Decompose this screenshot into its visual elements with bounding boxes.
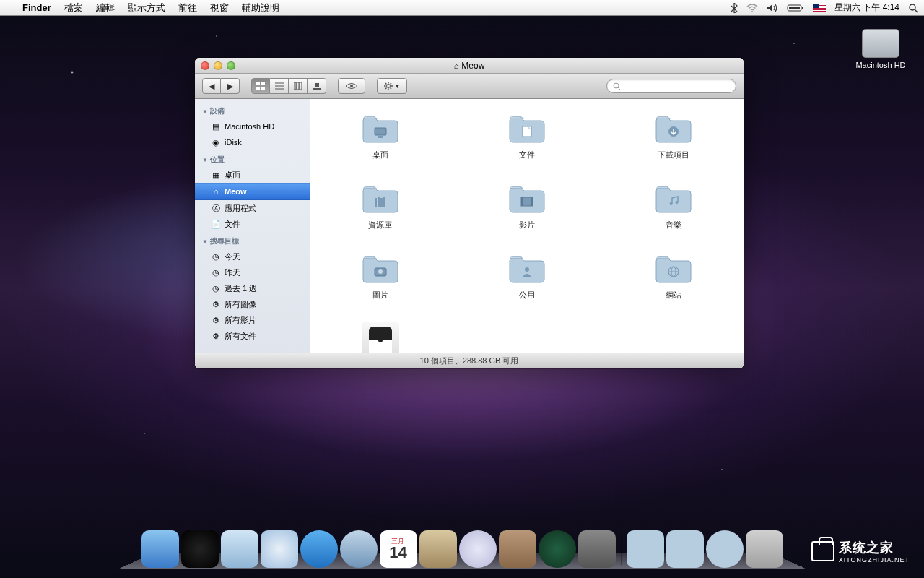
- app-menu[interactable]: Finder: [16, 0, 58, 16]
- input-flag-icon[interactable]: [813, 4, 826, 12]
- dock-mail[interactable]: [340, 530, 378, 568]
- svg-point-36: [614, 83, 619, 88]
- dock-separator: [621, 533, 622, 565]
- file-item-網站[interactable]: 網站: [637, 252, 710, 301]
- svg-line-33: [390, 88, 391, 90]
- dock: 三月14: [0, 526, 924, 578]
- list-view-button[interactable]: [270, 78, 289, 94]
- dock-downloads[interactable]: [706, 530, 744, 568]
- sidebar: ▼ 設備▤Macintosh HD◉iDisk▼ 位置▦桌面⌂MeowⒶ應用程式…: [195, 99, 310, 353]
- content-area[interactable]: 桌面文件下載項目資源庫影片音樂圖片公用網站傳送註冊資訊: [310, 99, 744, 353]
- svg-rect-25: [313, 88, 321, 90]
- wifi-icon[interactable]: [746, 4, 758, 12]
- sidebar-item-Meow[interactable]: ⌂Meow: [195, 183, 310, 200]
- file-item-公用[interactable]: 公用: [491, 252, 563, 301]
- file-item-桌面[interactable]: 桌面: [344, 112, 417, 160]
- icon-view-button[interactable]: [251, 78, 270, 94]
- file-item-傳送註冊資訊[interactable]: 傳送註冊資訊: [344, 322, 417, 353]
- dock-timemachine[interactable]: [539, 530, 576, 568]
- file-item-文件[interactable]: 文件: [491, 112, 563, 160]
- dock-folder-docs[interactable]: [666, 530, 704, 568]
- sidebar-item-桌面[interactable]: ▦桌面: [195, 167, 310, 183]
- quicklook-button[interactable]: [338, 78, 365, 94]
- sidebar-item-過去 1 週[interactable]: ◷過去 1 週: [195, 280, 310, 296]
- svg-rect-3: [789, 7, 800, 9]
- coverflow-view-button[interactable]: [308, 78, 326, 94]
- menu-help[interactable]: 輔助說明: [235, 0, 286, 16]
- close-button[interactable]: [201, 61, 209, 70]
- sidebar-header[interactable]: ▼ 位置: [195, 150, 310, 167]
- back-button[interactable]: ◀: [202, 78, 221, 94]
- window-title-text: Meow: [461, 61, 484, 71]
- folder-icon: [653, 112, 694, 145]
- svg-rect-38: [375, 128, 386, 135]
- svg-point-0: [751, 11, 753, 12]
- spotlight-icon[interactable]: [908, 3, 918, 13]
- status-bar: 10 個項目、288.88 GB 可用: [195, 353, 744, 368]
- sidebar-item-文件[interactable]: 📄文件: [195, 216, 310, 232]
- home-icon: ⌂: [454, 61, 459, 70]
- search-field[interactable]: [606, 79, 736, 93]
- dock-trash[interactable]: [746, 530, 783, 568]
- dock-finder[interactable]: [141, 530, 179, 568]
- item-label: 影片: [491, 220, 563, 230]
- clock-icon: ◷: [211, 267, 221, 277]
- file-item-音樂[interactable]: 音樂: [637, 182, 710, 230]
- dock-ichat[interactable]: [300, 530, 338, 568]
- item-label: 音樂: [637, 220, 710, 230]
- docs-icon: 📄: [211, 219, 221, 229]
- dock-ical[interactable]: 三月14: [380, 530, 417, 568]
- battery-icon[interactable]: [787, 4, 804, 12]
- dock-itunes[interactable]: [459, 530, 497, 568]
- sidebar-item-label: 過去 1 週: [225, 282, 257, 295]
- minimize-button[interactable]: [214, 61, 222, 70]
- file-item-影片[interactable]: 影片: [491, 182, 563, 230]
- desktop-volume-macintosh-hd[interactable]: Macintosh HD: [852, 29, 910, 69]
- sidebar-item-Macintosh HD[interactable]: ▤Macintosh HD: [195, 118, 310, 134]
- sidebar-item-應用程式[interactable]: Ⓐ應用程式: [195, 200, 310, 216]
- dock-dvd[interactable]: [419, 530, 457, 568]
- dock-safari[interactable]: [261, 530, 298, 568]
- clock[interactable]: 星期六 下午 4:14: [834, 1, 899, 14]
- sidebar-item-所有影片[interactable]: ⚙所有影片: [195, 312, 310, 328]
- bluetooth-icon[interactable]: [731, 3, 738, 13]
- hd-icon: ▤: [211, 121, 221, 131]
- menu-go[interactable]: 前往: [172, 0, 204, 16]
- titlebar[interactable]: ⌂ Meow: [195, 58, 744, 74]
- menu-file[interactable]: 檔案: [58, 0, 90, 16]
- menu-view[interactable]: 顯示方式: [121, 0, 172, 16]
- zoom-button[interactable]: [227, 61, 235, 70]
- app-icon: [362, 322, 399, 353]
- sidebar-item-iDisk[interactable]: ◉iDisk: [195, 134, 310, 150]
- search-icon: [613, 82, 621, 90]
- menu-edit[interactable]: 編輯: [90, 0, 121, 16]
- dock-spaces[interactable]: [499, 530, 536, 568]
- sidebar-item-今天[interactable]: ◷今天: [195, 249, 310, 264]
- sidebar-item-label: Macintosh HD: [225, 120, 274, 133]
- folder-icon: [653, 252, 694, 285]
- svg-line-34: [385, 88, 387, 90]
- dock-mail-bird[interactable]: [221, 530, 258, 568]
- volume-icon[interactable]: [767, 4, 778, 12]
- finder-window[interactable]: ⌂ Meow ◀ ▶ ▼: [195, 58, 744, 368]
- sidebar-header[interactable]: ▼ 搜尋目標: [195, 232, 310, 249]
- dock-folder-apps[interactable]: [627, 530, 664, 568]
- menu-window[interactable]: 視窗: [204, 0, 235, 16]
- dock-settings[interactable]: [578, 530, 616, 568]
- sidebar-item-所有文件[interactable]: ⚙所有文件: [195, 328, 310, 344]
- action-button[interactable]: ▼: [377, 78, 407, 94]
- column-view-button[interactable]: [289, 78, 308, 94]
- item-label: 圖片: [344, 290, 417, 301]
- forward-button[interactable]: ▶: [221, 78, 240, 94]
- file-item-下載項目[interactable]: 下載項目: [637, 112, 710, 160]
- dock-dashboard[interactable]: [181, 530, 219, 568]
- sidebar-item-所有圖像[interactable]: ⚙所有圖像: [195, 296, 310, 312]
- file-item-圖片[interactable]: 圖片: [344, 252, 417, 301]
- file-item-資源庫[interactable]: 資源庫: [344, 182, 417, 230]
- sidebar-item-label: 今天: [225, 250, 240, 263]
- sidebar-header[interactable]: ▼ 設備: [195, 102, 310, 118]
- sidebar-item-昨天[interactable]: ◷昨天: [195, 264, 310, 280]
- desktop-volume-label: Macintosh HD: [852, 61, 910, 69]
- svg-rect-21: [294, 82, 296, 90]
- svg-rect-42: [375, 198, 377, 207]
